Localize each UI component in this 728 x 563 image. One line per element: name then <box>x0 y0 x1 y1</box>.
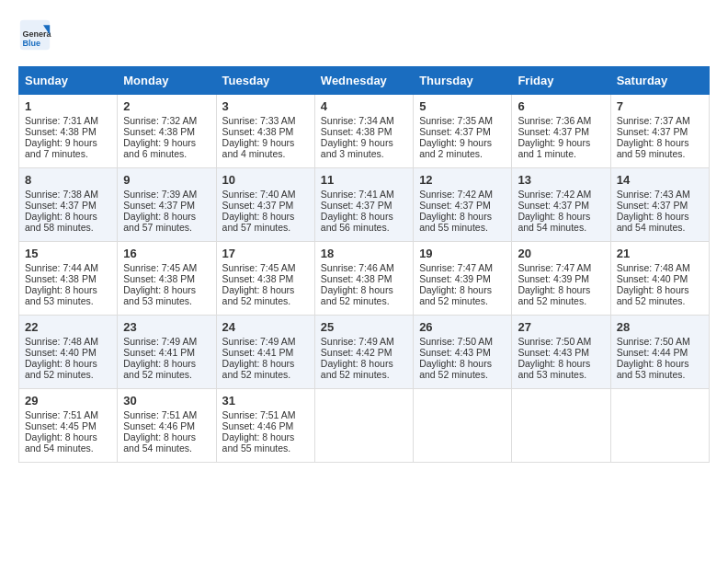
day-number: 5 <box>419 99 506 113</box>
calendar-cell: 6Sunrise: 7:36 AMSunset: 4:37 PMDaylight… <box>512 95 610 168</box>
day-info: Sunset: 4:43 PM <box>518 347 604 358</box>
day-info: Sunrise: 7:51 AM <box>25 409 111 420</box>
day-info: Sunset: 4:38 PM <box>123 273 210 284</box>
day-info: Sunset: 4:39 PM <box>419 273 506 284</box>
day-info: Sunset: 4:40 PM <box>617 273 703 284</box>
day-info: Daylight: 8 hours and 52 minutes. <box>222 284 309 306</box>
calendar-cell: 11Sunrise: 7:41 AMSunset: 4:37 PMDayligh… <box>314 168 413 242</box>
day-info: Daylight: 8 hours and 53 minutes. <box>25 284 111 306</box>
day-info: Sunrise: 7:45 AM <box>222 262 309 273</box>
day-info: Sunrise: 7:38 AM <box>25 189 111 200</box>
day-info: Sunrise: 7:42 AM <box>419 189 506 200</box>
day-info: Daylight: 8 hours and 54 minutes. <box>617 211 703 233</box>
day-info: Daylight: 8 hours and 52 minutes. <box>617 284 703 306</box>
day-info: Sunrise: 7:42 AM <box>518 189 604 200</box>
calendar-cell: 8Sunrise: 7:38 AMSunset: 4:37 PMDaylight… <box>19 168 118 242</box>
day-number: 26 <box>419 320 506 334</box>
calendar-cell: 12Sunrise: 7:42 AMSunset: 4:37 PMDayligh… <box>414 168 512 242</box>
day-number: 29 <box>25 394 111 408</box>
day-info: Sunrise: 7:49 AM <box>321 336 407 347</box>
calendar-cell: 26Sunrise: 7:50 AMSunset: 4:43 PMDayligh… <box>414 316 512 389</box>
day-number: 3 <box>222 99 309 113</box>
logo: General Blue <box>18 18 55 52</box>
day-info: Sunset: 4:37 PM <box>518 126 604 137</box>
day-number: 18 <box>321 247 407 260</box>
calendar-cell: 3Sunrise: 7:33 AMSunset: 4:38 PMDaylight… <box>216 95 314 168</box>
day-info: Sunset: 4:38 PM <box>321 126 407 137</box>
day-info: Sunrise: 7:39 AM <box>123 189 210 200</box>
calendar-cell <box>512 389 610 463</box>
header-friday: Friday <box>512 67 610 95</box>
day-info: Sunrise: 7:35 AM <box>419 115 506 126</box>
day-info: Sunrise: 7:40 AM <box>222 189 309 200</box>
day-info: Sunset: 4:41 PM <box>123 347 210 358</box>
day-info: Sunrise: 7:41 AM <box>321 189 407 200</box>
calendar-table: SundayMondayTuesdayWednesdayThursdayFrid… <box>18 66 710 463</box>
day-info: Daylight: 9 hours and 2 minutes. <box>419 137 506 159</box>
calendar-cell <box>414 389 512 463</box>
day-info: Daylight: 9 hours and 6 minutes. <box>123 137 210 159</box>
day-info: Sunset: 4:40 PM <box>25 347 111 358</box>
day-info: Daylight: 8 hours and 53 minutes. <box>617 358 703 380</box>
header-thursday: Thursday <box>414 67 512 95</box>
day-info: Daylight: 8 hours and 55 minutes. <box>419 211 506 233</box>
day-info: Daylight: 8 hours and 52 minutes. <box>222 358 309 380</box>
day-info: Sunrise: 7:47 AM <box>518 262 604 273</box>
day-number: 24 <box>222 320 309 334</box>
day-info: Sunrise: 7:51 AM <box>123 409 210 420</box>
day-info: Sunrise: 7:50 AM <box>419 336 506 347</box>
day-number: 27 <box>518 320 604 334</box>
calendar-cell: 29Sunrise: 7:51 AMSunset: 4:45 PMDayligh… <box>19 389 118 463</box>
day-info: Daylight: 9 hours and 1 minute. <box>518 137 604 159</box>
day-info: Sunrise: 7:37 AM <box>617 115 703 126</box>
day-info: Sunrise: 7:44 AM <box>25 262 111 273</box>
day-number: 22 <box>25 320 111 334</box>
day-info: Daylight: 8 hours and 52 minutes. <box>518 284 604 306</box>
day-info: Sunset: 4:38 PM <box>123 126 210 137</box>
day-info: Sunrise: 7:49 AM <box>123 336 210 347</box>
calendar-cell: 2Sunrise: 7:32 AMSunset: 4:38 PMDaylight… <box>118 95 216 168</box>
day-info: Sunset: 4:38 PM <box>222 273 309 284</box>
day-number: 23 <box>123 320 210 334</box>
day-number: 6 <box>518 99 604 113</box>
calendar-cell: 1Sunrise: 7:31 AMSunset: 4:38 PMDaylight… <box>19 95 118 168</box>
day-info: Sunrise: 7:48 AM <box>25 336 111 347</box>
day-info: Daylight: 8 hours and 53 minutes. <box>518 358 604 380</box>
day-info: Sunset: 4:37 PM <box>123 200 210 211</box>
calendar-cell <box>610 389 709 463</box>
day-info: Sunset: 4:42 PM <box>321 347 407 358</box>
day-number: 13 <box>518 173 604 187</box>
calendar-cell: 22Sunrise: 7:48 AMSunset: 4:40 PMDayligh… <box>19 316 118 389</box>
day-info: Sunset: 4:37 PM <box>617 126 703 137</box>
day-info: Sunset: 4:38 PM <box>222 126 309 137</box>
day-info: Daylight: 8 hours and 54 minutes. <box>123 431 210 454</box>
day-info: Daylight: 8 hours and 53 minutes. <box>123 284 210 306</box>
calendar-cell: 10Sunrise: 7:40 AMSunset: 4:37 PMDayligh… <box>216 168 314 242</box>
calendar-cell <box>314 389 413 463</box>
day-info: Daylight: 8 hours and 57 minutes. <box>123 211 210 233</box>
day-info: Sunrise: 7:31 AM <box>25 115 111 126</box>
calendar-cell: 5Sunrise: 7:35 AMSunset: 4:37 PMDaylight… <box>414 95 512 168</box>
day-number: 10 <box>222 173 309 187</box>
day-info: Sunset: 4:44 PM <box>617 347 703 358</box>
calendar-cell: 18Sunrise: 7:46 AMSunset: 4:38 PMDayligh… <box>314 242 413 316</box>
day-info: Daylight: 8 hours and 52 minutes. <box>321 358 407 380</box>
calendar-cell: 23Sunrise: 7:49 AMSunset: 4:41 PMDayligh… <box>118 316 216 389</box>
day-info: Sunrise: 7:51 AM <box>222 409 309 420</box>
day-number: 2 <box>123 99 210 113</box>
day-number: 11 <box>321 173 407 187</box>
day-info: Daylight: 9 hours and 4 minutes. <box>222 137 309 159</box>
day-info: Daylight: 8 hours and 57 minutes. <box>222 211 309 233</box>
header-monday: Monday <box>118 67 216 95</box>
day-info: Sunset: 4:41 PM <box>222 347 309 358</box>
day-info: Daylight: 9 hours and 7 minutes. <box>25 137 111 159</box>
day-info: Sunset: 4:38 PM <box>25 126 111 137</box>
day-info: Daylight: 8 hours and 52 minutes. <box>321 284 407 306</box>
day-info: Sunrise: 7:48 AM <box>617 262 703 273</box>
day-info: Daylight: 9 hours and 3 minutes. <box>321 137 407 159</box>
day-number: 1 <box>25 99 111 113</box>
calendar-cell: 7Sunrise: 7:37 AMSunset: 4:37 PMDaylight… <box>610 95 709 168</box>
day-info: Daylight: 8 hours and 52 minutes. <box>419 358 506 380</box>
day-number: 9 <box>123 173 210 187</box>
week-row-3: 22Sunrise: 7:48 AMSunset: 4:40 PMDayligh… <box>19 316 710 389</box>
